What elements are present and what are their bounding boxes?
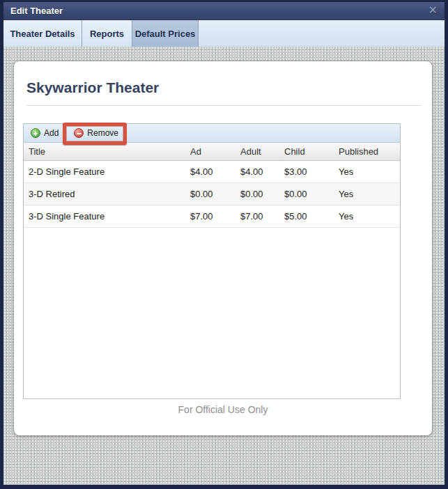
table-row[interactable]: 3-D Retired $0.00 $0.00 $0.00 Yes bbox=[24, 183, 400, 205]
remove-icon bbox=[74, 128, 84, 138]
edit-theater-window: Edit Theater ✕ Theater Details Reports D… bbox=[0, 0, 448, 489]
cell-child: $0.00 bbox=[279, 183, 334, 205]
cell-ad: $0.00 bbox=[185, 183, 235, 205]
cell-title: 2-D Single Feature bbox=[24, 161, 185, 183]
table-row[interactable]: 3-D Single Feature $7.00 $7.00 $5.00 Yes bbox=[24, 205, 400, 228]
default-prices-panel: Skywarrior Theater Add Remove Title bbox=[14, 61, 432, 435]
cell-adult: $0.00 bbox=[235, 183, 279, 205]
cell-title: 3-D Single Feature bbox=[24, 205, 185, 228]
column-header-child[interactable]: Child bbox=[279, 143, 334, 161]
window-titlebar: Edit Theater ✕ bbox=[3, 2, 445, 20]
window-title: Edit Theater bbox=[10, 6, 63, 16]
add-icon bbox=[31, 128, 40, 138]
add-button[interactable]: Add bbox=[28, 127, 61, 139]
remove-button[interactable]: Remove bbox=[71, 127, 121, 139]
grid-toolbar: Add Remove bbox=[24, 124, 400, 143]
cell-adult: $7.00 bbox=[235, 205, 279, 228]
add-button-label: Add bbox=[44, 128, 59, 138]
cell-published: Yes bbox=[334, 161, 400, 183]
cell-child: $3.00 bbox=[279, 161, 334, 183]
close-icon[interactable]: ✕ bbox=[428, 4, 438, 17]
prices-grid: Add Remove Title Ad Adult Child Publishe… bbox=[23, 123, 401, 399]
cell-title: 3-D Retired bbox=[24, 183, 185, 205]
cell-published: Yes bbox=[334, 183, 400, 205]
tab-theater-details[interactable]: Theater Details bbox=[3, 20, 82, 47]
cell-ad: $4.00 bbox=[185, 161, 235, 183]
cell-child: $5.00 bbox=[279, 205, 334, 228]
theater-name-heading: Skywarrior Theater bbox=[14, 61, 432, 96]
table-row[interactable]: 2-D Single Feature $4.00 $4.00 $3.00 Yes bbox=[24, 161, 400, 183]
tab-bar: Theater Details Reports Default Prices bbox=[3, 20, 445, 48]
cell-adult: $4.00 bbox=[235, 161, 279, 183]
cell-ad: $7.00 bbox=[185, 205, 235, 228]
default-prices-table: Title Ad Adult Child Published 2-D Singl… bbox=[24, 143, 400, 228]
official-use-note: For Official Use Only bbox=[14, 404, 432, 415]
column-header-title[interactable]: Title bbox=[24, 143, 185, 161]
column-header-published[interactable]: Published bbox=[334, 143, 400, 161]
tab-reports[interactable]: Reports bbox=[82, 20, 132, 47]
column-header-ad[interactable]: Ad bbox=[185, 143, 235, 161]
tab-default-prices[interactable]: Default Prices bbox=[132, 20, 199, 47]
remove-button-label: Remove bbox=[87, 128, 118, 138]
heading-divider bbox=[26, 105, 422, 106]
table-header-row: Title Ad Adult Child Published bbox=[24, 143, 400, 161]
column-header-adult[interactable]: Adult bbox=[235, 143, 279, 161]
cell-published: Yes bbox=[334, 205, 400, 228]
